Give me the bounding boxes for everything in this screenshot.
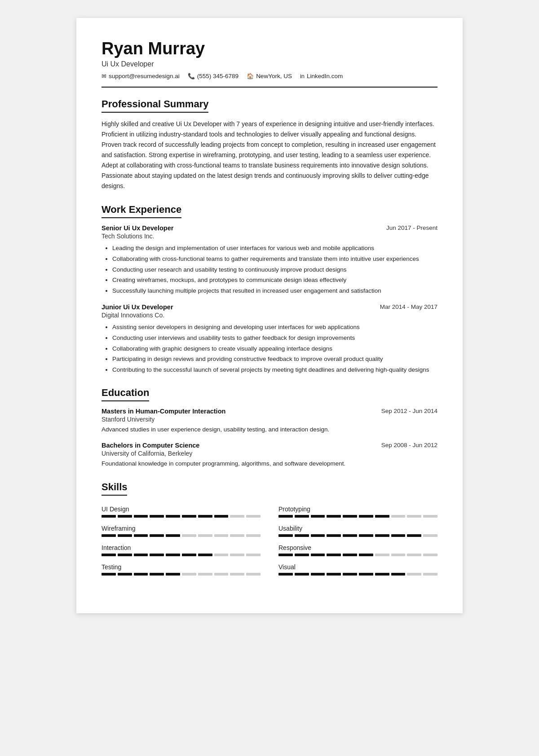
skill-name-3: Usability xyxy=(278,525,437,532)
edu-desc-1: Foundational knowledge in computer progr… xyxy=(102,459,437,469)
skill-bar-1 xyxy=(278,515,437,518)
bullet-0-0: Leading the design and implementation of… xyxy=(112,243,437,253)
skill-item-1: Prototyping xyxy=(270,502,437,521)
skill-segment-4-1 xyxy=(118,554,132,556)
edu-item-1: Bachelors in Computer Science Sep 2008 -… xyxy=(102,442,437,469)
location-icon: 🏠 xyxy=(247,73,254,79)
skill-segment-3-5 xyxy=(359,534,373,537)
skill-item-6: Testing xyxy=(102,560,270,579)
skill-segment-5-9 xyxy=(423,554,437,556)
edu-header-1: Bachelors in Computer Science Sep 2008 -… xyxy=(102,442,437,449)
skill-item-2: Wireframing xyxy=(102,521,270,541)
skill-segment-3-3 xyxy=(327,534,341,537)
skill-segment-4-0 xyxy=(102,554,116,556)
skill-bar-0 xyxy=(102,515,261,518)
skill-bar-5 xyxy=(278,554,437,556)
job-item-0: Senior Ui Ux Developer Jun 2017 - Presen… xyxy=(102,224,437,295)
skill-segment-4-4 xyxy=(166,554,180,556)
skill-segment-2-2 xyxy=(134,534,148,537)
skill-bar-3 xyxy=(278,534,437,537)
edu-date-1: Sep 2008 - Jun 2012 xyxy=(381,442,437,448)
skill-segment-5-8 xyxy=(407,554,421,556)
bullet-1-0: Assisting senior developers in designing… xyxy=(112,322,437,332)
skill-name-5: Responsive xyxy=(278,544,437,551)
skill-segment-5-5 xyxy=(359,554,373,556)
skill-segment-4-8 xyxy=(230,554,244,556)
skill-segment-1-4 xyxy=(343,515,357,518)
edu-desc-0: Advanced studies in user experience desi… xyxy=(102,425,437,435)
bullet-0-3: Creating wireframes, mockups, and protot… xyxy=(112,275,437,285)
skill-segment-4-3 xyxy=(150,554,164,556)
skill-segment-7-4 xyxy=(343,573,357,576)
linkedin-icon: in xyxy=(300,73,305,79)
skill-segment-0-4 xyxy=(166,515,180,518)
skill-segment-0-6 xyxy=(198,515,212,518)
skill-segment-6-3 xyxy=(150,573,164,576)
job-title-1: Junior Ui Ux Developer xyxy=(102,303,173,311)
linkedin-value: LinkedIn.com xyxy=(307,73,343,79)
skill-name-0: UI Design xyxy=(102,505,261,513)
skill-segment-4-9 xyxy=(246,554,261,556)
skill-name-1: Prototyping xyxy=(278,505,437,513)
skill-bar-4 xyxy=(102,554,261,556)
skill-segment-3-2 xyxy=(311,534,325,537)
skill-segment-6-8 xyxy=(230,573,244,576)
skill-segment-5-1 xyxy=(295,554,309,556)
phone-icon: 📞 xyxy=(188,73,195,79)
skill-segment-2-5 xyxy=(182,534,196,537)
skill-segment-5-3 xyxy=(327,554,341,556)
email-value: support@resumedesign.ai xyxy=(109,73,180,79)
edu-degree-1: Bachelors in Computer Science xyxy=(102,442,199,449)
skill-segment-0-2 xyxy=(134,515,148,518)
skills-title: Skills xyxy=(102,481,127,496)
job-date-0: Jun 2017 - Present xyxy=(386,224,437,231)
location-value: NewYork, US xyxy=(256,73,292,79)
job-date-1: Mar 2014 - May 2017 xyxy=(380,303,437,310)
job-company-1: Digital Innovations Co. xyxy=(102,312,437,319)
skill-segment-4-7 xyxy=(214,554,229,556)
summary-title: Professional Summary xyxy=(102,98,208,113)
skill-segment-2-7 xyxy=(214,534,229,537)
skill-segment-5-4 xyxy=(343,554,357,556)
edu-school-0: Stanford University xyxy=(102,416,437,423)
skill-segment-2-6 xyxy=(198,534,212,537)
skill-segment-6-6 xyxy=(198,573,212,576)
skill-item-7: Visual xyxy=(270,560,437,579)
phone-contact: 📞 (555) 345-6789 xyxy=(188,73,239,79)
skill-item-4: Interaction xyxy=(102,541,270,560)
skill-segment-7-6 xyxy=(375,573,389,576)
skill-segment-0-1 xyxy=(118,515,132,518)
bullet-0-4: Successfully launching multiple projects… xyxy=(112,286,437,296)
skill-segment-1-1 xyxy=(295,515,309,518)
resume-document: Ryan Murray Ui Ux Developer ✉ support@re… xyxy=(76,18,463,613)
skill-name-2: Wireframing xyxy=(102,525,261,532)
edu-school-1: University of California, Berkeley xyxy=(102,450,437,457)
skill-name-6: Testing xyxy=(102,563,261,571)
skill-segment-3-0 xyxy=(278,534,293,537)
skills-section: Skills UI DesignPrototypingWireframingUs… xyxy=(102,481,437,579)
skill-segment-5-2 xyxy=(311,554,325,556)
skill-segment-2-1 xyxy=(118,534,132,537)
job-header-0: Senior Ui Ux Developer Jun 2017 - Presen… xyxy=(102,224,437,232)
skill-item-5: Responsive xyxy=(270,541,437,560)
skill-segment-0-9 xyxy=(246,515,261,518)
job-header-1: Junior Ui Ux Developer Mar 2014 - May 20… xyxy=(102,303,437,311)
bullet-1-2: Collaborating with graphic designers to … xyxy=(112,344,437,354)
skill-segment-3-6 xyxy=(375,534,389,537)
skill-name-4: Interaction xyxy=(102,544,261,551)
skill-segment-7-7 xyxy=(391,573,406,576)
work-section: Work Experience Senior Ui Ux Developer J… xyxy=(102,204,437,374)
skill-segment-3-1 xyxy=(295,534,309,537)
skill-segment-3-7 xyxy=(391,534,406,537)
skill-segment-2-4 xyxy=(166,534,180,537)
bullet-0-1: Collaborating with cross-functional team… xyxy=(112,254,437,264)
skill-segment-7-8 xyxy=(407,573,421,576)
skill-segment-3-4 xyxy=(343,534,357,537)
skill-segment-7-0 xyxy=(278,573,293,576)
skill-segment-5-0 xyxy=(278,554,293,556)
skill-segment-2-9 xyxy=(246,534,261,537)
skill-segment-1-8 xyxy=(407,515,421,518)
edu-header-0: Masters in Human-Computer Interaction Se… xyxy=(102,408,437,415)
skill-item-3: Usability xyxy=(270,521,437,541)
contact-row: ✉ support@resumedesign.ai 📞 (555) 345-67… xyxy=(102,73,437,79)
